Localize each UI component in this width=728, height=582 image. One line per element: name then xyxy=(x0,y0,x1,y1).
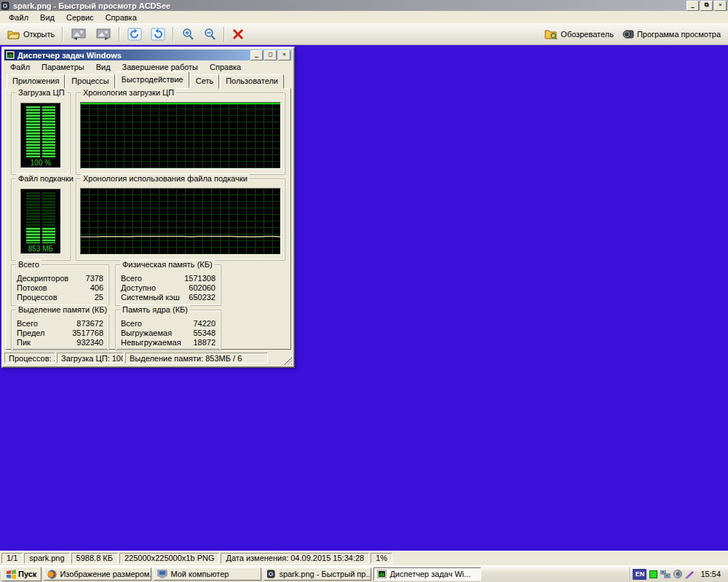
start-button-label: Пуск xyxy=(18,570,36,578)
computer-icon xyxy=(157,570,167,578)
stat-value: 25 xyxy=(95,293,103,302)
pagefile-meter-dim xyxy=(26,192,40,228)
menu-help[interactable]: Справка xyxy=(100,12,143,23)
tm-minimize-button[interactable]: _ xyxy=(250,50,263,60)
cpu-meter-tray-icon[interactable] xyxy=(649,570,657,578)
taskbar-button-taskmanager[interactable]: Диспетчер задач Wi... xyxy=(373,567,481,581)
taskbar-button-my-computer[interactable]: Мой компьютер xyxy=(154,567,261,581)
status-filler xyxy=(394,554,727,563)
stat-label: Выгружаемая xyxy=(121,329,172,338)
kernel-memory-group-title: Память ядра (КБ) xyxy=(120,305,190,314)
pagefile-meter-lit xyxy=(26,228,40,243)
rotate-right-icon xyxy=(151,28,165,41)
taskmanager-window-title: Диспетчер задач Windows xyxy=(17,51,250,60)
tab-network[interactable]: Сеть xyxy=(190,74,219,89)
cpu-meter-lit xyxy=(42,106,56,157)
rotate-left-icon xyxy=(127,28,142,41)
status-page-count: 1/1 xyxy=(1,553,23,564)
rotate-left-button[interactable] xyxy=(123,26,146,42)
cpu-meter-lit xyxy=(26,106,40,157)
open-folder-icon xyxy=(7,29,20,39)
stat-value: 7378 xyxy=(86,274,103,283)
cpu-history-group: Хронология загрузки ЦП xyxy=(76,93,285,175)
desktop: spark.png - Быстрый просмотр ACDSee _ ⧉ … xyxy=(0,0,728,582)
browser-button[interactable]: Обозреватель xyxy=(540,26,618,42)
pen-tray-icon[interactable] xyxy=(685,570,695,578)
stat-label: Всего xyxy=(17,319,38,329)
stat-value: 406 xyxy=(90,283,103,293)
cpu-history-line xyxy=(81,103,280,168)
delete-button[interactable] xyxy=(228,26,248,42)
tab-performance[interactable]: Быстродействие xyxy=(116,71,189,88)
menu-view[interactable]: Вид xyxy=(34,12,60,23)
viewer-program-button-label: Программа просмотра xyxy=(637,30,721,39)
cpu-history-group-title: Хронология загрузки ЦП xyxy=(81,88,176,97)
acdsee-statusbar: 1/1 spark.png 5988.8 КБ 225000x225000x1b… xyxy=(0,551,728,565)
pagefile-usage-value: 853 МБ xyxy=(21,245,60,253)
menu-service[interactable]: Сервис xyxy=(60,12,100,23)
acdsee-toolbar: Открыть Обозреватель xyxy=(0,23,728,45)
cpu-usage-group: Загрузка ЦП 100 % xyxy=(11,93,71,175)
windows-logo-icon xyxy=(7,570,16,579)
minimize-button[interactable]: _ xyxy=(687,1,699,11)
acdsee-titlebar: spark.png - Быстрый просмотр ACDSee _ ⧉ … xyxy=(0,0,728,11)
stat-label: Пик xyxy=(17,338,31,347)
tm-menu-help[interactable]: Справка xyxy=(204,61,247,73)
pagefile-usage-group-title: Файл подкачки xyxy=(16,174,76,183)
viewer-program-button[interactable]: Программа просмотра xyxy=(618,26,725,42)
restore-button[interactable]: ⧉ xyxy=(700,1,713,11)
acdsee-app-icon xyxy=(1,1,10,10)
update-tray-icon[interactable] xyxy=(673,570,682,578)
pagefile-meter-dim xyxy=(42,192,56,228)
tm-menu-file[interactable]: Файл xyxy=(4,61,36,73)
tray-clock[interactable]: 15:54 xyxy=(697,570,724,578)
taskmanager-statusbar: Процессов: 25 Загрузка ЦП: 100% Выделени… xyxy=(4,350,292,365)
performance-tab-panel: Загрузка ЦП 100 % Хронология загрузки ЦП xyxy=(5,88,291,350)
tm-menu-options[interactable]: Параметры xyxy=(36,61,90,73)
tm-status-commit: Выделение памяти: 853МБ / 6 xyxy=(125,353,268,363)
zoom-out-button[interactable] xyxy=(199,26,221,42)
menu-file[interactable]: Файл xyxy=(3,12,34,23)
commit-memory-group-title: Выделение памяти (КБ) xyxy=(16,305,109,314)
zoom-in-icon xyxy=(181,28,194,41)
tab-applications[interactable]: Приложения xyxy=(7,74,65,89)
acdsee-window-title: spark.png - Быстрый просмотр ACDSee xyxy=(13,1,687,10)
pagefile-usage-group: Файл подкачки 853 МБ xyxy=(11,178,71,261)
language-indicator[interactable]: EN xyxy=(633,569,646,580)
zoom-in-button[interactable] xyxy=(177,26,199,42)
kernel-memory-group: Память ядра (КБ) Всего74220 Выгружаемая5… xyxy=(115,310,221,351)
tab-users[interactable]: Пользователи xyxy=(220,74,284,89)
pagefile-meter-lit xyxy=(42,228,56,243)
resize-grip[interactable] xyxy=(282,355,292,365)
tm-menu-view[interactable]: Вид xyxy=(90,61,116,73)
stat-label: Потоков xyxy=(17,283,47,293)
commit-memory-group: Выделение памяти (КБ) Всего873672 Предел… xyxy=(11,310,109,351)
tm-close-button[interactable]: ✕ xyxy=(278,50,290,60)
zoom-out-icon xyxy=(203,28,216,41)
tab-processes[interactable]: Процессы xyxy=(66,74,114,89)
taskbar-button-label: spark.png - Быстрый пр... xyxy=(279,570,371,578)
stat-value: 74220 xyxy=(193,319,215,329)
rotate-right-button[interactable] xyxy=(146,26,170,42)
browser-button-label: Обозреватель xyxy=(561,30,614,39)
open-button[interactable]: Открыть xyxy=(3,26,59,42)
tm-status-cpu: Загрузка ЦП: 100% xyxy=(57,353,124,363)
taskmanager-titlebar: Диспетчер задач Windows _ □ ✕ xyxy=(4,50,292,60)
stat-value: 1571308 xyxy=(184,274,215,283)
next-image-button[interactable] xyxy=(91,26,116,42)
taskbar-button-acdsee[interactable]: spark.png - Быстрый пр... xyxy=(264,567,371,581)
network-tray-icon[interactable] xyxy=(660,570,670,578)
tm-maximize-button[interactable]: □ xyxy=(264,50,277,60)
close-button[interactable]: ✕ xyxy=(714,1,727,11)
start-button[interactable]: Пуск xyxy=(1,567,41,581)
pagefile-history-chart xyxy=(80,188,281,255)
stat-value: 18872 xyxy=(193,338,215,347)
previous-image-button[interactable] xyxy=(66,26,91,42)
taskbar-button-firefox[interactable]: Изображение размером... xyxy=(44,567,151,581)
taskmanager-window: Диспетчер задач Windows _ □ ✕ Файл Парам… xyxy=(1,47,295,368)
totals-group-title: Всего xyxy=(16,260,41,269)
stat-label: Процессов xyxy=(17,293,58,302)
cpu-usage-meter: 100 % xyxy=(20,103,61,168)
stat-label: Невыгружаемая xyxy=(121,338,181,347)
taskbar-button-label: Изображение размером... xyxy=(60,570,151,578)
